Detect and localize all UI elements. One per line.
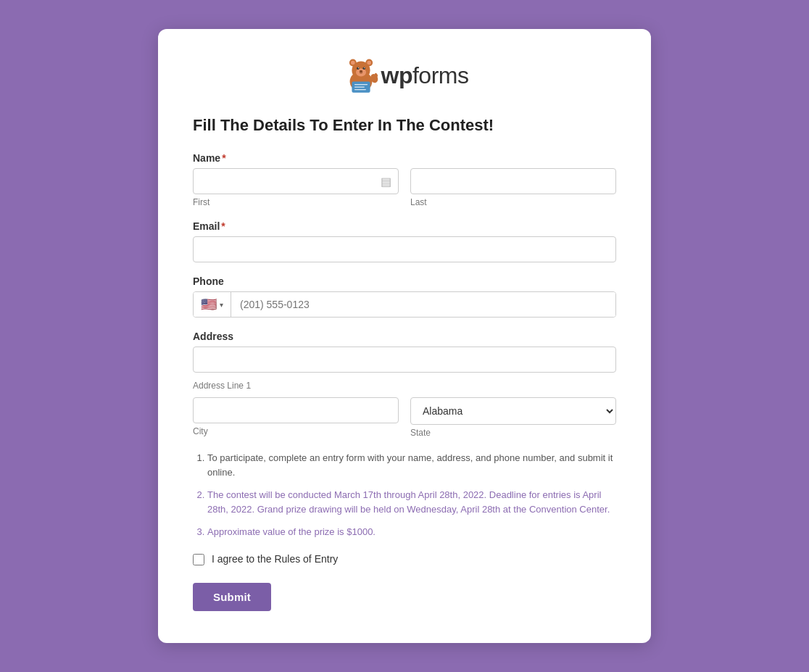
- svg-point-10: [364, 68, 365, 69]
- svg-rect-13: [354, 84, 367, 85]
- svg-point-5: [367, 61, 371, 65]
- rule-item-2: The contest will be conducted March 17th…: [207, 488, 616, 516]
- phone-input[interactable]: [231, 292, 615, 317]
- svg-point-3: [351, 61, 355, 65]
- card-icon: ▤: [381, 175, 391, 188]
- name-label: Name*: [193, 152, 616, 164]
- phone-label: Phone: [193, 275, 616, 287]
- address-line1-sub-label: Address Line 1: [193, 381, 251, 391]
- svg-rect-15: [354, 89, 365, 90]
- city-state-row: City Alabama Alaska Arizona Arkansas Cal…: [193, 397, 616, 438]
- rule-item-1: To participate, complete an entry form w…: [207, 451, 616, 479]
- svg-point-8: [362, 67, 365, 70]
- wpforms-logo-text: wpforms: [381, 62, 469, 89]
- email-input[interactable]: [193, 236, 616, 262]
- address-line1-input[interactable]: [193, 347, 616, 373]
- first-sub-label: First: [193, 197, 399, 207]
- svg-point-6: [356, 69, 366, 77]
- state-select[interactable]: Alabama Alaska Arizona Arkansas Californ…: [410, 397, 616, 425]
- last-name-input[interactable]: [410, 168, 616, 194]
- state-sub-label: State: [410, 428, 616, 438]
- address-field-group: Address Address Line 1 City Alabama Alas…: [193, 331, 616, 438]
- name-row: ▤ First Last: [193, 168, 616, 207]
- email-field-group: Email*: [193, 220, 616, 262]
- phone-flag-selector[interactable]: 🇺🇸 ▾: [194, 292, 231, 317]
- agree-checkbox[interactable]: [193, 554, 204, 565]
- agree-checkbox-row: I agree to the Rules of Entry: [193, 552, 616, 567]
- name-field-group: Name* ▤ First Last: [193, 152, 616, 207]
- last-sub-label: Last: [410, 197, 616, 207]
- svg-point-7: [357, 67, 360, 70]
- svg-point-11: [359, 70, 362, 72]
- phone-caret-icon: ▾: [220, 301, 223, 309]
- svg-point-9: [357, 68, 358, 69]
- rule-item-3: Approximate value of the prize is $1000.: [207, 525, 616, 539]
- rules-list: To participate, complete an entry form w…: [207, 451, 616, 539]
- form-card: wpforms Fill The Details To Enter In The…: [158, 29, 651, 642]
- page-title: Fill The Details To Enter In The Contest…: [193, 116, 616, 135]
- city-sub-label: City: [193, 426, 399, 436]
- city-input[interactable]: [193, 397, 399, 423]
- first-name-col: ▤ First: [193, 168, 399, 207]
- last-name-col: Last: [410, 168, 616, 207]
- bear-icon: [341, 55, 381, 96]
- address-label: Address: [193, 331, 616, 342]
- svg-rect-14: [354, 87, 364, 88]
- email-label: Email*: [193, 220, 616, 232]
- submit-button[interactable]: Submit: [193, 583, 271, 611]
- us-flag-icon: 🇺🇸: [201, 296, 217, 312]
- phone-field-group: Phone 🇺🇸 ▾: [193, 275, 616, 318]
- first-name-input-wrapper: ▤: [193, 168, 399, 194]
- phone-input-row: 🇺🇸 ▾: [193, 291, 616, 318]
- city-col: City: [193, 397, 399, 438]
- state-col: Alabama Alaska Arizona Arkansas Californ…: [410, 397, 616, 438]
- logo-area: wpforms: [193, 55, 616, 96]
- first-name-input[interactable]: [193, 168, 399, 194]
- agree-checkbox-label[interactable]: I agree to the Rules of Entry: [212, 552, 338, 567]
